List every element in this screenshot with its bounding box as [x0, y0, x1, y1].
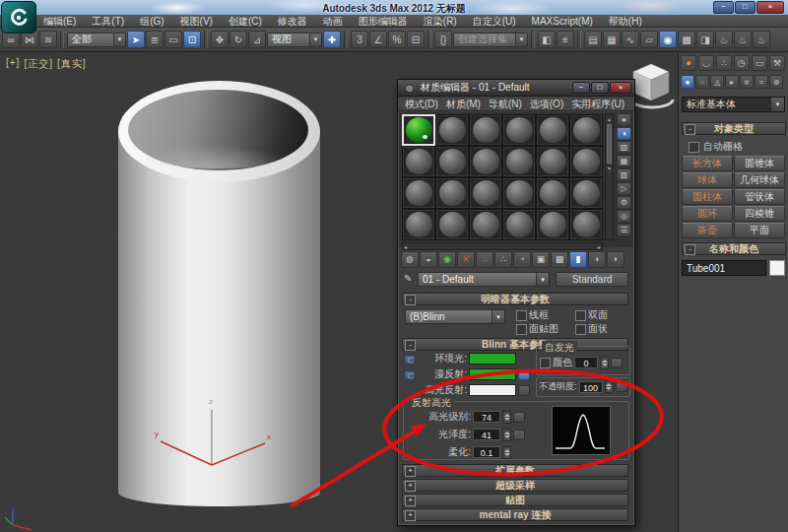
collapse-icon[interactable]: -: [405, 295, 416, 305]
material-slot[interactable]: [536, 114, 569, 146]
show-map-in-viewport-icon[interactable]: ▣: [532, 251, 550, 268]
expand-icon[interactable]: +: [405, 481, 416, 492]
object-name-field[interactable]: Tube001: [682, 260, 766, 276]
render-setup-icon[interactable]: ▩: [678, 31, 695, 48]
chevron-down-icon[interactable]: ▾: [536, 273, 549, 286]
chevron-down-icon[interactable]: ▾: [515, 33, 527, 46]
two-sided-option[interactable]: 双面: [575, 308, 608, 322]
material-slot[interactable]: [502, 114, 536, 146]
faceted-option[interactable]: 面状: [575, 322, 608, 336]
opacity-spinner[interactable]: [605, 380, 614, 393]
menu-animation[interactable]: 动画: [315, 15, 351, 28]
material-id-channel-icon[interactable]: ◔: [513, 251, 531, 268]
self-illum-spinner[interactable]: [600, 357, 609, 369]
diffuse-map-button[interactable]: [518, 369, 530, 380]
bind-to-space-warp-icon[interactable]: ≋: [39, 31, 57, 48]
material-slot[interactable]: [502, 146, 536, 177]
self-illum-value[interactable]: 0: [574, 357, 598, 368]
tube-button[interactable]: 管状体: [734, 189, 785, 205]
curve-editor-icon[interactable]: ∿: [622, 31, 639, 48]
material-slot[interactable]: [569, 146, 603, 177]
me-maximize-button[interactable]: □: [591, 82, 609, 94]
primitive-category-dropdown[interactable]: 标准基本体 ▾: [682, 97, 785, 112]
material-name-dropdown[interactable]: 01 - Default ▾: [418, 272, 550, 287]
shapes-category-icon[interactable]: ○: [695, 75, 709, 89]
diffuse-specular-lock-icon[interactable]: ⊂: [404, 370, 416, 381]
material-editor-icon[interactable]: ◉: [659, 31, 677, 48]
plane-button[interactable]: 平面: [734, 223, 785, 238]
maximize-button[interactable]: □: [735, 1, 755, 14]
scroll-down-icon[interactable]: ▾: [606, 165, 613, 172]
material-slot[interactable]: [435, 146, 469, 177]
schematic-view-icon[interactable]: ▱: [640, 31, 658, 48]
glossiness-map-button[interactable]: [513, 430, 525, 440]
graphite-ribbon-icon[interactable]: ▦: [603, 31, 621, 48]
percent-snap-icon[interactable]: %: [388, 31, 406, 48]
motion-tab-icon[interactable]: ◷: [734, 55, 750, 71]
menu-group[interactable]: 组(G): [132, 15, 171, 28]
spinner-snap-icon[interactable]: ⊟: [407, 31, 425, 48]
teapot-button[interactable]: 茶壶: [682, 223, 733, 238]
material-slot[interactable]: [469, 209, 502, 240]
diffuse-color-swatch[interactable]: [469, 368, 516, 380]
backlight-icon[interactable]: ◑: [617, 127, 631, 140]
faceted-checkbox[interactable]: [575, 324, 586, 335]
self-illum-map-button[interactable]: [611, 358, 623, 368]
sample-vertical-scrollbar[interactable]: ▴ ▾: [605, 114, 614, 240]
rectangular-region-icon[interactable]: ▭: [164, 31, 182, 48]
supersampling-rollout[interactable]: + 超级采样: [402, 479, 628, 492]
specular-level-value[interactable]: 74: [473, 411, 500, 423]
specular-level-spinner[interactable]: [502, 411, 511, 424]
menu-graph-editors[interactable]: 图形编辑器: [351, 15, 416, 28]
named-selection-sets-dropdown[interactable]: 创建选择集 ▾: [453, 33, 528, 47]
me-menu-modes[interactable]: 模式(D): [401, 98, 442, 111]
show-end-result-toggle-icon[interactable]: ▮: [569, 251, 587, 268]
utilities-tab-icon[interactable]: ⚒: [769, 55, 785, 71]
cameras-category-icon[interactable]: ▸: [725, 75, 739, 89]
collapse-icon[interactable]: -: [685, 124, 695, 135]
cone-button[interactable]: 圆锥体: [734, 156, 785, 171]
reset-map-icon[interactable]: ✕: [457, 251, 475, 268]
align-icon[interactable]: ≡: [557, 31, 574, 48]
select-by-name-icon[interactable]: ≣: [146, 31, 164, 48]
viewport-menu-pov[interactable]: [正交]: [24, 57, 53, 71]
expand-icon[interactable]: +: [405, 466, 416, 477]
geosphere-button[interactable]: 几何球体: [734, 172, 785, 188]
object-color-swatch[interactable]: [769, 260, 785, 276]
mirror-icon[interactable]: ◧: [538, 31, 556, 48]
specular-color-swatch[interactable]: [469, 384, 516, 396]
glossiness-spinner[interactable]: [502, 429, 511, 441]
keyboard-shortcut-override-icon[interactable]: {}: [434, 31, 452, 48]
extended-params-rollout[interactable]: + 扩展参数: [402, 464, 628, 477]
collapse-icon[interactable]: -: [685, 244, 695, 255]
opacity-map-button[interactable]: [616, 381, 627, 392]
systems-category-icon[interactable]: ⊛: [769, 75, 783, 89]
menu-rendering[interactable]: 渲染(R): [416, 15, 465, 28]
menu-tools[interactable]: 工具(T): [84, 15, 132, 28]
select-object-icon[interactable]: ➤: [127, 31, 145, 48]
video-color-check-icon[interactable]: ▥: [617, 168, 631, 181]
material-editor-titlebar[interactable]: ◍ 材质编辑器 - 01 - Default − □ ×: [398, 80, 634, 97]
scroll-up-icon[interactable]: ▴: [606, 115, 613, 123]
hierarchy-tab-icon[interactable]: ∴: [716, 55, 732, 71]
maps-rollout[interactable]: + 贴图: [402, 494, 628, 506]
make-preview-icon[interactable]: ▷: [617, 182, 631, 195]
two-sided-checkbox[interactable]: [575, 310, 586, 321]
chevron-down-icon[interactable]: ▾: [492, 310, 504, 323]
material-slot[interactable]: [569, 177, 603, 209]
torus-button[interactable]: 圆环: [682, 206, 733, 222]
me-menu-utilities[interactable]: 实用程序(U): [567, 98, 628, 111]
select-by-material-icon[interactable]: ◎: [617, 210, 631, 223]
chevron-down-icon[interactable]: ▾: [770, 98, 784, 111]
select-and-manipulate-icon[interactable]: ✚: [323, 31, 341, 48]
viewport-menu-general[interactable]: [+]: [6, 57, 20, 71]
material-map-navigator-icon[interactable]: ☰: [617, 224, 631, 236]
specular-level-map-button[interactable]: [513, 412, 525, 423]
box-button[interactable]: 长方体: [682, 156, 733, 171]
material-slot[interactable]: [469, 114, 502, 146]
cylinder-button[interactable]: 圆柱体: [682, 189, 733, 205]
scrollbar-thumb[interactable]: [607, 124, 612, 164]
selection-filter-dropdown[interactable]: 全部 ▾: [67, 33, 126, 47]
background-icon[interactable]: ▨: [617, 141, 631, 154]
chevron-down-icon[interactable]: ▾: [113, 33, 125, 46]
